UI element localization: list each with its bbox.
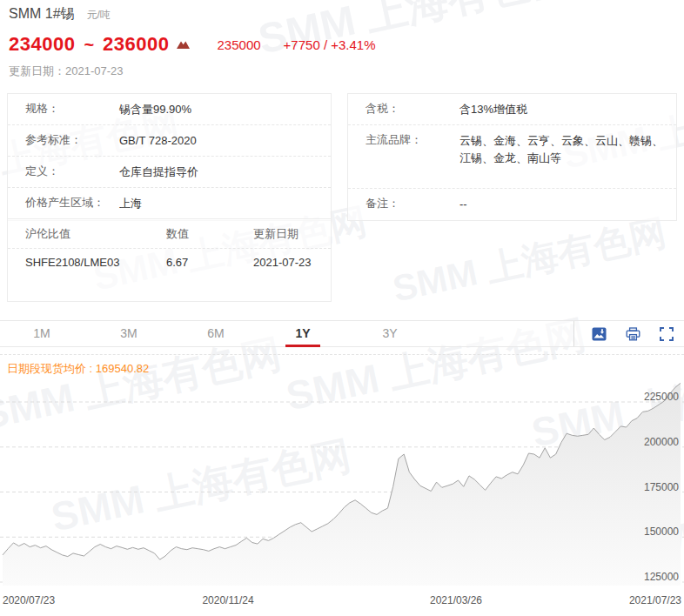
tab-label: 3M (120, 326, 137, 340)
x-axis-tick: 2021/03/26 (430, 594, 482, 606)
price-high: 236000 (103, 33, 169, 56)
ratio-contract: SHFE2108/LME03 (25, 256, 166, 269)
tab-1y[interactable]: 1Y (285, 321, 320, 346)
tab-label: 1Y (295, 326, 310, 340)
row-value: 锡含量99.90% (119, 101, 319, 118)
tab-6m[interactable]: 6M (198, 321, 233, 346)
ratio-update-date: 2021-07-23 (253, 256, 319, 269)
price-average: 235000 (218, 37, 261, 52)
x-axis-tick: 2021/07/23 (629, 594, 681, 606)
row-label: 备注： (365, 196, 459, 213)
ratio-value: 6.67 (166, 256, 253, 269)
period-average-row: 日期段现货均价 : 169540.82 (0, 354, 684, 377)
row-value: GB/T 728-2020 (119, 132, 319, 150)
price-unit: 元/吨 (87, 8, 111, 23)
tab-1m[interactable]: 1M (24, 321, 59, 346)
price-change: +7750 / +3.41% (284, 37, 376, 52)
y-axis-tick: 175000 (644, 481, 679, 493)
change-separator: / (324, 37, 327, 52)
table-row: 参考标准： GB/T 728-2020 (8, 125, 331, 157)
average-label: 日期段现货均价 : (7, 362, 92, 375)
ratio-data-row: SHFE2108/LME03 6.67 2021-07-23 (8, 249, 331, 275)
table-row: 备注： -- (348, 189, 676, 219)
row-label: 价格产生区域： (25, 195, 119, 212)
tab-label: 6M (207, 326, 224, 340)
price-range-tilde: ~ (84, 35, 94, 55)
y-axis-tick: 225000 (644, 391, 679, 403)
y-axis-tick: 200000 (644, 436, 679, 448)
fullscreen-icon[interactable] (660, 327, 674, 341)
table-row: 定义： 仓库自提指导价 (8, 157, 331, 188)
x-axis-tick: 2020/07/23 (3, 594, 55, 606)
tab-3m[interactable]: 3M (111, 321, 146, 346)
row-value: -- (459, 196, 664, 213)
row-label: 主流品牌： (365, 132, 459, 167)
tab-3y[interactable]: 3Y (372, 321, 407, 346)
change-absolute: +7750 (284, 37, 320, 52)
spec-table-left: 规格： 锡含量99.90% 参考标准： GB/T 728-2020 定义： 仓库… (7, 93, 332, 221)
column-header: 数值 (166, 226, 253, 242)
row-value: 云锡、金海、云亨、云象、云山、赣锡、江锡、金龙、南山等 (459, 132, 664, 167)
price-up-arrow-icon (177, 40, 190, 49)
row-value: 仓库自提指导价 (119, 164, 319, 181)
price-chart[interactable]: 225000 200000 175000 150000 125000 2020/… (0, 374, 684, 616)
column-header: 更新日期 (253, 226, 319, 242)
spec-tables: 规格： 锡含量99.90% 参考标准： GB/T 728-2020 定义： 仓库… (7, 93, 677, 221)
row-label: 定义： (25, 164, 119, 181)
shfe-lme-ratio-table: 沪伦比值 数值 更新日期 SHFE2108/LME03 6.67 2021-07… (7, 218, 332, 302)
y-axis-tick: 125000 (644, 571, 679, 583)
tab-label: 3Y (382, 326, 397, 340)
chart-tools (573, 321, 674, 346)
table-row: 含税： 含13%增值税 (348, 94, 676, 125)
price-low: 234000 (9, 33, 75, 56)
table-row: 主流品牌： 云锡、金海、云亨、云象、云山、赣锡、江锡、金龙、南山等 (348, 125, 676, 189)
period-tabs: 1M 3M 6M 1Y 3Y (24, 321, 459, 346)
y-axis-tick: 150000 (644, 526, 679, 538)
period-average-price: 日期段现货均价 : 169540.82 (0, 355, 684, 377)
row-label: 规格： (25, 101, 119, 118)
table-row: 规格： 锡含量99.90% (8, 94, 331, 125)
row-value: 上海 (119, 195, 319, 212)
page-title: SMM 1#锡 (9, 5, 75, 23)
chart-area-fill (3, 383, 681, 586)
price-header: SMM 1#锡 元/吨 234000 ~ 236000 235000 +7750… (9, 5, 376, 79)
row-label: 含税： (365, 101, 459, 118)
print-icon[interactable] (626, 327, 640, 341)
change-percent: +3.41% (331, 37, 375, 52)
watermark: SMM 上海有色网 (388, 208, 670, 313)
update-date: 更新日期：2021-07-23 (9, 64, 376, 79)
tab-label: 1M (33, 326, 50, 340)
x-axis-labels: 2020/07/23 2020/11/24 2021/03/26 2021/07… (3, 594, 681, 606)
row-value: 含13%增值税 (459, 101, 664, 118)
ratio-header-row: 沪伦比值 数值 更新日期 (8, 219, 331, 249)
active-tab-underline (285, 345, 320, 347)
column-header: 沪伦比值 (25, 226, 166, 242)
table-row: 价格产生区域： 上海 (8, 188, 331, 218)
smm-tin-price-page: SMM 上海有色网 SMM 上海有色网 SMM 上海有色网 SMM 上海有色网 … (0, 0, 684, 616)
spec-table-right: 含税： 含13%增值税 主流品牌： 云锡、金海、云亨、云象、云山、赣锡、江锡、金… (347, 93, 677, 221)
average-value: 169540.82 (96, 362, 149, 375)
x-axis-tick: 2020/11/24 (202, 594, 253, 606)
row-label: 参考标准： (25, 132, 119, 150)
chart-toolbar: 1M 3M 6M 1Y 3Y (0, 320, 684, 347)
save-image-icon[interactable] (592, 327, 607, 341)
